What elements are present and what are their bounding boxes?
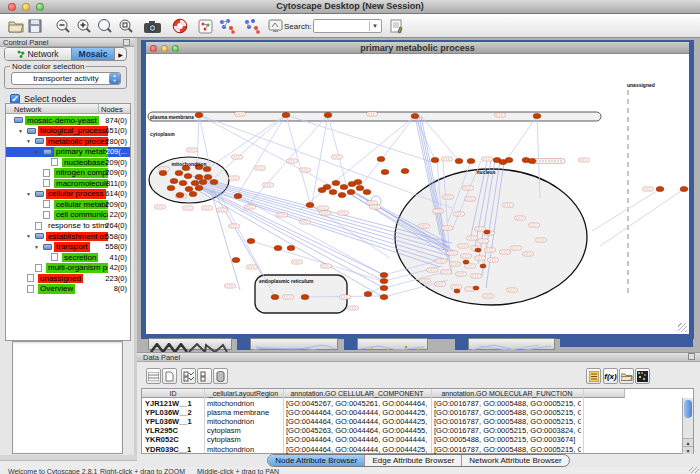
tab-mosaic-label: Mosaic bbox=[79, 49, 108, 59]
tab-overflow-arrow[interactable]: ▶ bbox=[115, 48, 126, 60]
tree-row-label: primary metab bbox=[54, 147, 108, 157]
tree-row[interactable]: ▼biological_process651(0) bbox=[6, 126, 130, 137]
search-option-icon[interactable] bbox=[390, 17, 404, 35]
zoom-selected-icon[interactable] bbox=[118, 17, 134, 35]
zoom-out-icon[interactable] bbox=[55, 17, 71, 35]
tree-row-label: Overview bbox=[38, 284, 75, 294]
delete-attribute-icon[interactable] bbox=[213, 368, 228, 384]
minimized-window-4[interactable] bbox=[468, 338, 555, 350]
tree-row[interactable]: secretion41(0) bbox=[6, 252, 130, 263]
tree-row[interactable]: ▼establishment of lo558(0) bbox=[6, 231, 130, 242]
zoom-in-icon[interactable] bbox=[76, 17, 92, 35]
table-row[interactable]: YKR052Ccytoplasm[GO:0044464, GO:0044446,… bbox=[142, 435, 682, 444]
tree-header: Network Nodes bbox=[6, 104, 130, 114]
node-color-select[interactable]: transporter activity▲▼ bbox=[11, 72, 121, 85]
tree-col-nodes: Nodes bbox=[101, 105, 123, 114]
tab-mosaic[interactable]: Mosaic bbox=[71, 48, 115, 60]
scrollbar-thumb[interactable] bbox=[684, 400, 692, 418]
minimized-window-2[interactable] bbox=[250, 338, 338, 350]
minimized-window-5-titlebar[interactable] bbox=[560, 338, 693, 347]
attribute-list-icon[interactable] bbox=[586, 368, 601, 384]
table-row[interactable]: YLR295Ccytoplasm[GO:0045263, GO:0044464,… bbox=[142, 426, 682, 435]
minimized-window-4-titlebar[interactable] bbox=[455, 338, 468, 350]
table-row[interactable]: YPL036W__2plasma membrane[GO:0044464, GO… bbox=[142, 408, 682, 417]
zoom-fit-icon[interactable] bbox=[97, 17, 113, 35]
open-file-icon[interactable] bbox=[8, 17, 24, 35]
minimized-window-3[interactable] bbox=[357, 338, 428, 350]
minimized-window-3-titlebar[interactable] bbox=[344, 338, 357, 350]
help-icon[interactable] bbox=[172, 17, 188, 35]
tree-row[interactable]: multi-organism pro42(0) bbox=[6, 263, 130, 274]
tree-row[interactable]: ▼metabolic process280(0) bbox=[6, 136, 130, 147]
status-welcome: Welcome to Cytoscape 2.8.1 bbox=[8, 468, 97, 474]
tab-edge-attribute-browser[interactable]: Edge Attribute Browser bbox=[364, 455, 461, 466]
annotation-icon[interactable] bbox=[268, 17, 283, 35]
tree-row[interactable]: cell communicat22(0) bbox=[6, 210, 130, 221]
scroll-down-icon[interactable]: ▼ bbox=[683, 446, 693, 454]
birdseye-view[interactable] bbox=[12, 341, 123, 454]
column-header[interactable]: annotation.GO MOLECULAR_FUNCTION bbox=[431, 390, 583, 397]
combo-stepper-icon[interactable]: ▲▼ bbox=[109, 73, 120, 84]
attribute-table-icon[interactable] bbox=[146, 368, 161, 384]
tree-row[interactable]: nucleobase-209(0) bbox=[6, 157, 130, 168]
select-attributes-icon[interactable] bbox=[181, 368, 196, 384]
tree-row[interactable]: ▼primary metab209(... bbox=[6, 147, 130, 158]
network-from-selection-icon[interactable] bbox=[218, 17, 236, 35]
scroll-up-icon[interactable]: ▲ bbox=[683, 438, 693, 446]
import-attributes-icon[interactable] bbox=[619, 368, 634, 384]
search-input[interactable]: ▼ bbox=[313, 19, 382, 33]
new-network-icon[interactable] bbox=[198, 17, 213, 35]
function-builder-icon[interactable]: f(x) bbox=[603, 368, 618, 384]
select-nodes-checkbox[interactable]: ✓ bbox=[10, 94, 20, 104]
table-row[interactable]: YJR121W__1mitochondrion[GO:0045267, GO:0… bbox=[142, 399, 682, 408]
tab-network[interactable]: Network bbox=[5, 48, 71, 60]
snapshot-icon[interactable] bbox=[143, 17, 162, 35]
network-edge bbox=[215, 115, 286, 177]
minimized-window-1[interactable] bbox=[148, 338, 232, 350]
expand-arrow-icon[interactable]: ▼ bbox=[26, 191, 31, 197]
column-header[interactable]: annotation.GO CELLULAR_COMPONENT bbox=[283, 390, 431, 397]
expand-arrow-icon[interactable]: ▼ bbox=[26, 138, 31, 144]
main-toolbar: Search: ▼ bbox=[0, 14, 700, 38]
tree-row-label: cell communicat bbox=[54, 210, 108, 220]
tree-row[interactable]: nitrogen compo209(0) bbox=[6, 168, 130, 179]
tree-row[interactable]: ▼cellular process614(0) bbox=[6, 189, 130, 200]
tree-row[interactable]: unassigned223(0) bbox=[6, 273, 130, 284]
tab-node-attribute-browser[interactable]: Node Attribute Browser bbox=[268, 455, 364, 466]
network-node bbox=[195, 185, 203, 190]
expand-arrow-icon[interactable]: ▼ bbox=[34, 244, 39, 250]
data-panel-float-icon[interactable] bbox=[688, 353, 695, 360]
column-header[interactable]: _cellularLayoutRegion bbox=[204, 390, 283, 397]
matrix-icon[interactable] bbox=[635, 368, 650, 384]
new-attribute-icon[interactable] bbox=[162, 368, 177, 384]
canvas-resize-grip[interactable] bbox=[678, 323, 687, 332]
attribute-table-header[interactable]: ID_cellularLayoutRegionannotation.GO CEL… bbox=[142, 389, 625, 398]
tree-row[interactable]: mosaic-demo-yeast874(0) bbox=[6, 115, 130, 126]
unselect-attributes-icon[interactable] bbox=[197, 368, 212, 384]
save-icon[interactable] bbox=[28, 17, 42, 35]
network-canvas-svg[interactable]: plasma membranecytoplasmmitochondrionnuc… bbox=[146, 54, 689, 335]
expand-arrow-icon[interactable]: ▼ bbox=[26, 233, 31, 239]
tree-row[interactable]: cellular metabo209(0) bbox=[6, 199, 130, 210]
search-dropdown-icon[interactable]: ▼ bbox=[369, 21, 380, 31]
network-window-titlebar[interactable]: primary metabolic process bbox=[146, 42, 689, 54]
tree-row[interactable]: Overview8(0) bbox=[6, 284, 130, 295]
search-label: Search: bbox=[284, 22, 312, 31]
table-row[interactable]: YDR039C__1mitochondrion[GO:0044464, GO:0… bbox=[142, 445, 682, 454]
network-tree: Network Nodes mosaic-demo-yeast874(0)▼bi… bbox=[5, 103, 131, 341]
tree-row[interactable]: response to stimulu264(0) bbox=[6, 221, 130, 232]
tree-row[interactable]: macromolecule311(0) bbox=[6, 178, 130, 189]
expand-arrow-icon[interactable]: ▼ bbox=[34, 149, 39, 155]
tree-row[interactable]: ▼transport558(0) bbox=[6, 242, 130, 253]
tab-network-attribute-browser[interactable]: Network Attribute Browser bbox=[461, 455, 568, 466]
network-from-selection-edges-icon[interactable] bbox=[243, 17, 261, 35]
control-panel-float-icon[interactable] bbox=[123, 39, 130, 46]
column-header[interactable]: ID bbox=[142, 390, 204, 397]
table-row[interactable]: YPL036W__1mitochondrion[GO:0044464, GO:0… bbox=[142, 417, 682, 426]
table-scrollbar[interactable]: ▲ ▼ bbox=[682, 398, 693, 454]
minimized-window-2-titlebar[interactable] bbox=[237, 338, 250, 350]
network-node bbox=[467, 158, 475, 163]
expand-arrow-icon[interactable]: ▼ bbox=[18, 128, 23, 134]
network-node bbox=[356, 185, 364, 190]
compartment-label: nucleus bbox=[477, 169, 496, 175]
